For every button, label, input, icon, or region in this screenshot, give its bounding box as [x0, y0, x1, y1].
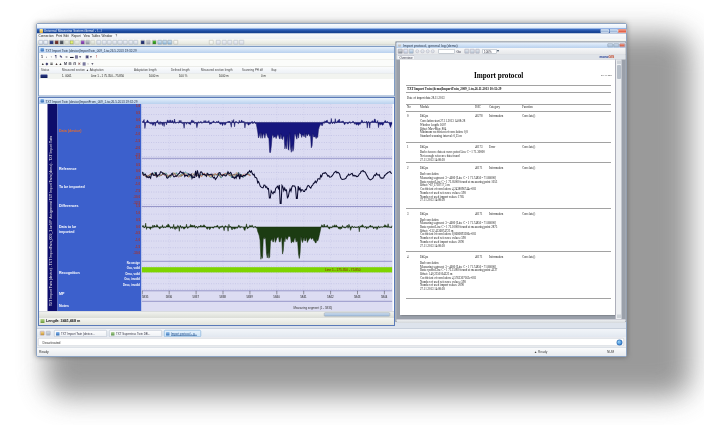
svg-text:Line 1 - 175.350 - 75.850: Line 1 - 175.350 - 75.850 — [325, 268, 361, 272]
